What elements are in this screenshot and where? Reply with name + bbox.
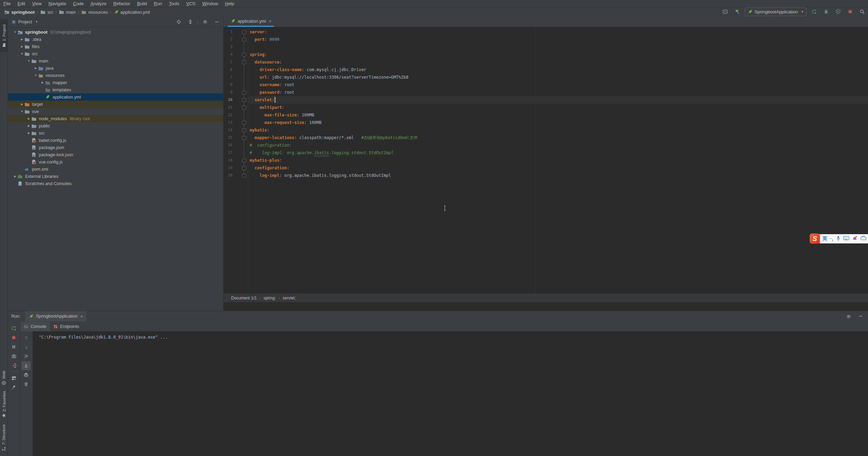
breadcrumb-item-springboot[interactable]: springboot (3, 9, 36, 15)
rerun-button[interactable] (9, 324, 18, 333)
run-tab-console[interactable]: Console (20, 322, 50, 331)
fold-marker-end[interactable] (242, 91, 247, 94)
hide-button[interactable] (856, 312, 865, 321)
sogou-logo-icon[interactable]: S (810, 233, 820, 244)
code-line-15[interactable]: 15 mapper-locations: classpath:mapper/*.… (224, 134, 868, 141)
menu-item-tools[interactable]: Tools (165, 0, 183, 7)
tool-button-7-structure[interactable]: 7: Structure (0, 421, 8, 454)
tree-item-vue-config-js[interactable]: JSvue.config.js (8, 158, 223, 166)
tree-item-resources[interactable]: ▼resources (8, 72, 223, 79)
tree-item-src[interactable]: ▼src (8, 50, 223, 57)
tree-item-main[interactable]: ▼main (8, 57, 223, 65)
breadcrumb-item-resources[interactable]: resources (80, 9, 109, 15)
code-line-16[interactable]: 16# configuration: (224, 141, 868, 149)
code-line-7[interactable]: 7 url: jdbc:mysql://localhost:3306/seat?… (224, 73, 868, 81)
tool-button-2-favorites[interactable]: 2: Favorites (0, 388, 8, 420)
settings-button[interactable] (844, 312, 853, 321)
fold-marker-start[interactable] (242, 53, 247, 57)
code-line-14[interactable]: 14mybatis: (224, 126, 868, 134)
rerun-button[interactable] (810, 7, 819, 16)
tree-item-files[interactable]: ▶files (8, 43, 223, 50)
pin-button[interactable] (9, 383, 18, 392)
tree-item-package-json[interactable]: package.json (8, 144, 223, 151)
tree-item-src[interactable]: ▶src (8, 129, 223, 137)
chevron-right-icon[interactable]: ▶ (20, 103, 24, 106)
breadcrumb-item-main[interactable]: main (57, 9, 77, 15)
code-line-20[interactable]: 20 log-impl: org.apache.ibatis.logging.s… (224, 172, 868, 179)
chevron-right-icon[interactable]: ▶ (33, 67, 38, 70)
fold-marker-end[interactable] (242, 38, 247, 42)
ime-item-1[interactable]: ·, (830, 236, 833, 241)
chevron-right-icon[interactable]: ▶ (26, 132, 31, 135)
chevron-right-icon[interactable]: ▶ (13, 175, 18, 178)
tree-item-java[interactable]: ▶java (8, 65, 223, 72)
down-button[interactable] (22, 343, 31, 352)
chevron-right-icon[interactable]: ▶ (20, 38, 24, 41)
menu-item-window[interactable]: Window (199, 0, 221, 7)
tree-item-application-yml[interactable]: application.yml (8, 93, 223, 101)
stop-button[interactable] (9, 333, 18, 342)
tree-item-babel-config-js[interactable]: JSbabel.config.js (8, 137, 223, 144)
menu-item-edit[interactable]: Edit (14, 0, 28, 7)
tool-button-web[interactable]: Web (0, 368, 8, 388)
menu-item-refactor[interactable]: Refactor (110, 0, 134, 7)
menu-item-help[interactable]: Help (221, 0, 238, 7)
menu-item-analyze[interactable]: Analyze (87, 0, 110, 7)
running-app-button[interactable] (721, 7, 730, 16)
menu-item-navigate[interactable]: Navigate (45, 0, 69, 7)
chevron-down-icon[interactable]: ▼ (20, 110, 24, 113)
clear-button[interactable] (22, 380, 31, 389)
menu-item-code[interactable]: Code (70, 0, 87, 7)
tree-item-mapper[interactable]: ▶mapper (8, 79, 223, 86)
code-line-3[interactable]: 3 (224, 43, 868, 51)
tree-item-springboot[interactable]: ▼springbootG:\shejing\springboot (8, 28, 223, 36)
settings-button[interactable] (201, 18, 209, 26)
tree-item-templates[interactable]: templates (8, 86, 223, 93)
code-line-2[interactable]: 2 port: 9090 (224, 36, 868, 43)
tree-item-external-libraries[interactable]: ▶External Libraries (8, 173, 223, 180)
code-line-19[interactable]: 19 configuration: (224, 164, 868, 172)
tool-button-1-project[interactable]: 1: Project (0, 19, 8, 52)
tab-application-yml[interactable]: application.yml × (228, 16, 274, 26)
fold-marker-end[interactable] (242, 121, 247, 125)
menu-item-build[interactable]: Build (134, 0, 150, 7)
hide-button[interactable] (212, 18, 221, 26)
code-line-1[interactable]: 1server: (224, 28, 868, 36)
editor-breadcrumb-item[interactable]: servlet: (283, 296, 296, 300)
code-line-18[interactable]: 18mybatis-plus: (224, 157, 868, 164)
code-line-5[interactable]: 5 datasource: (224, 58, 868, 66)
fold-marker-start[interactable] (242, 98, 247, 102)
code-line-17[interactable]: 17# log-impl: org.apache.ibatis.logging.… (224, 149, 868, 157)
chevron-down-icon[interactable]: ▼ (35, 20, 38, 23)
chevron-down-icon[interactable]: ▼ (20, 52, 24, 55)
tree-item-node_modules[interactable]: ▶node_moduleslibrary root (8, 115, 223, 122)
close-icon[interactable]: × (269, 19, 272, 24)
fold-marker-end[interactable] (242, 136, 247, 140)
ime-skin-button[interactable] (852, 236, 857, 242)
ime-mic-button[interactable] (836, 236, 840, 242)
editor-area[interactable]: application.yml × 1server:2 port: 909034… (224, 16, 868, 302)
tree-item-public[interactable]: ▶public (8, 122, 223, 129)
chevron-right-icon[interactable]: ▶ (40, 81, 45, 84)
code-line-6[interactable]: 6 driver-class-name: com.mysql.cj.jdbc.D… (224, 66, 868, 73)
code-line-13[interactable]: 13 max-request-size: 100MB (224, 119, 868, 126)
chevron-down-icon[interactable]: ▼ (13, 31, 18, 34)
tree-item-scratches-and-consoles[interactable]: Scratches and Consoles (8, 180, 223, 187)
editor-breadcrumb-item[interactable]: spring: (263, 296, 276, 300)
fold-marker-start[interactable] (242, 166, 247, 170)
console-output[interactable]: "C:\Program Files\Java\jdk1.8.0_91\bin\j… (33, 331, 868, 456)
code-editor[interactable]: 1server:2 port: 909034spring:5 datasourc… (224, 27, 868, 294)
chevron-right-icon[interactable]: ▶ (20, 45, 24, 48)
code-line-9[interactable]: 9 password: root (224, 89, 868, 96)
editor-breadcrumb-item[interactable]: Document 1/1 (231, 296, 257, 300)
build-hammer-button[interactable] (733, 7, 742, 16)
soft-wrap-button[interactable] (22, 352, 31, 361)
close-icon[interactable]: × (80, 314, 83, 319)
run-configuration-select[interactable]: SpringbootApplication▼ (745, 8, 807, 16)
run-config-tab[interactable]: SpringbootApplication × (25, 311, 86, 321)
tree-item-target[interactable]: ▶target (8, 101, 223, 108)
fold-marker-end[interactable] (242, 174, 247, 178)
menu-item-file[interactable]: File (0, 0, 14, 7)
pause-button[interactable] (9, 342, 18, 351)
code-line-8[interactable]: 8 username: root (224, 81, 868, 89)
